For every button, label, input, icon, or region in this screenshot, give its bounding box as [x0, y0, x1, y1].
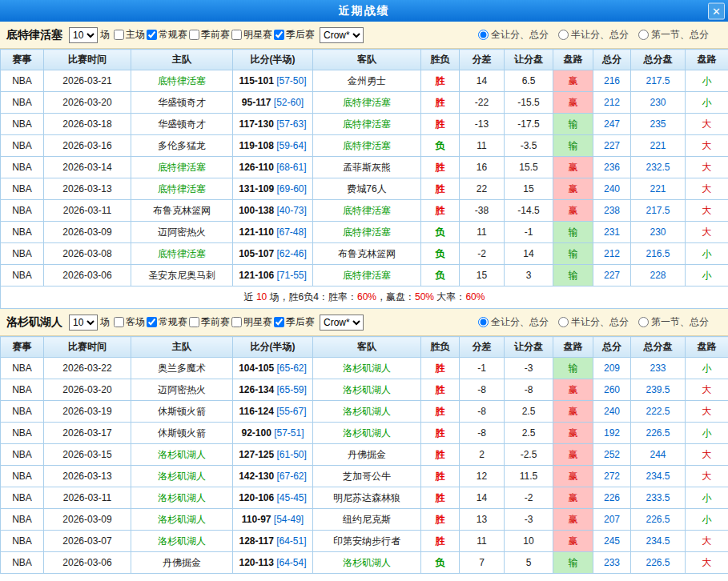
home-team-cell: 奥兰多魔术 [131, 358, 233, 379]
handicap-result-cell: 赢 [553, 157, 593, 178]
view-radio-2[interactable]: 第一节、总分 [638, 315, 709, 329]
date-cell: 2026-03-17 [44, 423, 131, 444]
away-team-cell: 洛杉矶湖人 [313, 358, 421, 379]
filter-checkbox-1[interactable]: 常规赛 [147, 28, 187, 42]
result-cell: 负 [421, 135, 460, 157]
full-score: 128-117 [239, 535, 273, 547]
result-cell: 胜 [421, 487, 460, 509]
handicap-result-cell: 赢 [553, 509, 593, 531]
filter-checkbox-4[interactable]: 季后赛 [274, 28, 315, 42]
date-cell: 2026-03-06 [44, 552, 131, 574]
filter-checkbox-input-3[interactable] [231, 30, 242, 40]
total-line-cell: 221 [631, 178, 686, 200]
game-row: NBA2026-03-17休斯顿火箭92-100 [57-51]洛杉矶湖人胜-8… [1, 423, 728, 444]
filter-checkbox-2[interactable]: 季前赛 [189, 28, 230, 42]
home-team-cell: 休斯顿火箭 [131, 401, 233, 423]
view-radio-group: 全让分、总分半让分、总分第一节、总分 [469, 315, 709, 329]
bookmaker-select[interactable]: Crow* [320, 315, 364, 331]
filter-checkbox-input-0[interactable] [114, 30, 124, 40]
filter-checkbox-label: 季后赛 [286, 28, 315, 42]
filter-checkbox-3[interactable]: 明星赛 [231, 315, 272, 329]
summary-text: 60% [357, 291, 376, 303]
half-score: [57-50] [274, 75, 307, 86]
home-team-cell: 休斯顿火箭 [131, 423, 233, 444]
filter-checkbox-3[interactable]: 明星赛 [231, 28, 272, 42]
view-radio-input-0[interactable] [478, 317, 489, 327]
half-score: [61-50] [274, 449, 307, 460]
filter-checkbox-input-2[interactable] [189, 317, 199, 327]
view-radio-1[interactable]: 半让分、总分 [558, 28, 629, 42]
view-radio-input-2[interactable] [638, 30, 649, 40]
filter-checkbox-2[interactable]: 季前赛 [189, 315, 230, 329]
column-header: 总分盘 [631, 50, 686, 70]
full-score: 120-106 [239, 492, 274, 503]
result-cell: 胜 [421, 466, 460, 487]
half-score: [69-60] [274, 183, 307, 194]
view-radio-2[interactable]: 第一节、总分 [638, 28, 709, 42]
league-cell: NBA [1, 265, 44, 286]
view-radio-label: 全让分、总分 [491, 28, 549, 42]
league-cell: NBA [1, 531, 44, 552]
filter-checkbox-label: 客场 [126, 315, 145, 329]
ou-result-cell: 大 [686, 178, 728, 200]
home-team-cell: 底特律活塞 [131, 243, 233, 265]
result-cell: 胜 [421, 178, 460, 200]
total-points-cell: 209 [593, 358, 631, 379]
handicap-line-cell: 2.5 [505, 401, 553, 423]
view-radio-input-1[interactable] [558, 317, 569, 327]
filter-checkbox-input-3[interactable] [231, 317, 242, 327]
close-button[interactable]: ✕ [708, 2, 725, 19]
home-team-cell: 华盛顿奇才 [131, 114, 233, 135]
filter-checkbox-input-1[interactable] [147, 317, 157, 327]
ou-result-cell: 大 [686, 200, 728, 222]
bookmaker-select[interactable]: Crow* [320, 27, 364, 43]
total-points-cell: 240 [593, 178, 631, 200]
filter-checkbox-label: 常规赛 [159, 28, 187, 42]
league-cell: NBA [1, 509, 44, 531]
score-cell: 120-106 [45-45] [233, 487, 313, 509]
column-header: 让分盘 [505, 50, 553, 70]
total-points-cell: 245 [593, 531, 631, 552]
filter-checkbox-input-0[interactable] [114, 317, 124, 327]
full-score: 117-130 [239, 118, 273, 130]
full-score: 116-124 [239, 406, 273, 417]
filter-checkbox-input-2[interactable] [189, 30, 199, 40]
view-radio-input-2[interactable] [638, 317, 649, 327]
filter-checkbox-0[interactable]: 客场 [114, 315, 145, 329]
view-radio-0[interactable]: 全让分、总分 [478, 28, 549, 42]
date-cell: 2026-03-22 [44, 358, 131, 379]
point-diff-cell: -22 [460, 92, 505, 114]
panel-title: 近期战绩 [339, 4, 390, 18]
view-radio-1[interactable]: 半让分、总分 [558, 315, 629, 329]
games-count-select[interactable]: 10 [69, 27, 98, 43]
half-score: [55-67] [274, 406, 307, 417]
date-cell: 2026-03-09 [44, 509, 131, 531]
filter-checkbox-4[interactable]: 季后赛 [274, 315, 315, 329]
point-diff-cell: 11 [460, 135, 505, 157]
view-radio-0[interactable]: 全让分、总分 [478, 315, 549, 329]
filter-checkbox-1[interactable]: 常规赛 [147, 315, 187, 329]
total-points-cell: 227 [593, 135, 631, 157]
filter-checkbox-label: 主场 [126, 28, 145, 42]
recent-results-panel: 近期战绩 ✕ 底特律活塞 10 场 主场常规赛季前赛明星赛季后赛 Crow* 全… [0, 0, 728, 574]
view-radio-input-1[interactable] [558, 30, 569, 40]
filter-checkbox-label: 季前赛 [201, 315, 230, 329]
point-diff-cell: 14 [460, 487, 505, 509]
games-count-select[interactable]: 10 [69, 315, 98, 331]
summary-text: 场，胜6负4：胜率： [267, 291, 357, 303]
summary-text: 50% [415, 291, 434, 303]
filter-checkbox-0[interactable]: 主场 [114, 28, 145, 42]
handicap-line-cell: 3 [505, 265, 553, 286]
summary-row: 近 10 场，胜6负4：胜率：60%，赢盘：50% 大率：60% [1, 286, 728, 309]
filter-checkbox-input-1[interactable] [147, 30, 157, 40]
summary-cell: 近 10 场，胜6负4：胜率：60%，赢盘：50% 大率：60% [1, 286, 728, 309]
full-score: 131-109 [239, 183, 274, 194]
filter-checkbox-input-4[interactable] [274, 30, 284, 40]
date-cell: 2026-03-19 [44, 401, 131, 423]
home-team-cell: 底特律活塞 [131, 178, 233, 200]
filter-checkbox-input-4[interactable] [274, 317, 284, 327]
date-cell: 2026-03-18 [44, 114, 131, 135]
handicap-line-cell: -8 [505, 379, 553, 401]
view-radio-input-0[interactable] [478, 30, 489, 40]
view-radio-label: 半让分、总分 [571, 315, 629, 329]
